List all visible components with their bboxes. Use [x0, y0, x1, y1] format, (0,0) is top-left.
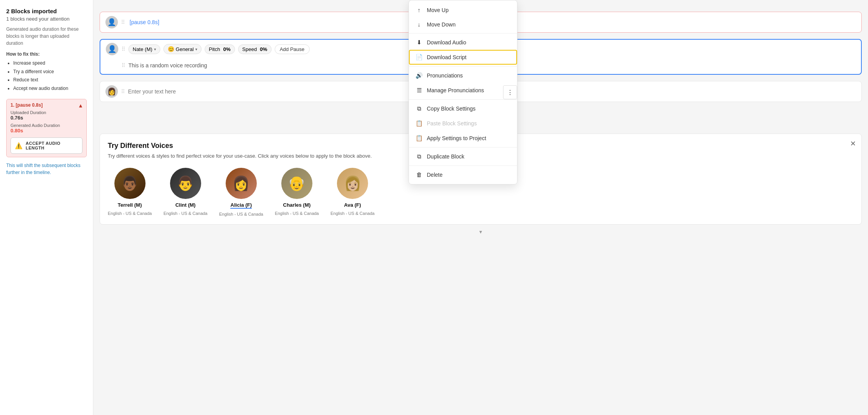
sidebar-title: 2 Blocks imported [6, 8, 87, 14]
voice-name-clint: Clint (M) [175, 202, 196, 208]
voice-name-terrell: Terrell (M) [118, 202, 142, 208]
menu-icon-download-script: 📄 [415, 54, 423, 61]
menu-item-pronunciations[interactable]: 🔊 Pronunciations [409, 68, 517, 83]
speed-value: 0% [260, 46, 267, 52]
style-selector[interactable]: 😊 General ▾ [163, 44, 202, 54]
menu-label-move-up: Move Up [427, 7, 449, 13]
accept-btn-label: ACCEPT AUDIO LENGTH [26, 141, 78, 150]
voice-name: Nate (M) [133, 46, 153, 52]
pitch-label: Pitch [209, 46, 220, 52]
menu-item-copy-block-settings[interactable]: ⧉ Copy Block Settings [409, 101, 517, 116]
fix-item-2: Try a different voice [13, 68, 87, 76]
menu-icon-copy-block-settings: ⧉ [415, 105, 423, 112]
voice-avatar-ava: 👩🏼 [337, 168, 368, 199]
menu-icon-move-down: ↓ [415, 21, 423, 28]
generated-audio-label: Generated Audio Duration [11, 123, 82, 128]
pitch-control[interactable]: Pitch 0% [205, 44, 235, 54]
accept-audio-length-button[interactable]: ⚠️ ACCEPT AUDIO LENGTH [11, 137, 82, 154]
chevron-down-icon: ▾ [154, 47, 156, 51]
sidebar: 2 Blocks imported 1 blocks need your att… [0, 0, 93, 415]
block-drag-handle-2[interactable]: ⠿ [121, 46, 125, 52]
sidebar-subtitle: 1 blocks need your attention [6, 16, 87, 22]
fix-item-4: Accept new audio duration [13, 84, 87, 93]
voice-lang-charles: English - US & Canada [275, 211, 319, 216]
context-menu: ↑ Move Up ↓ Move Down ⬇ Download Audio 📄… [409, 0, 517, 185]
menu-icon-duplicate-block: ⧉ [415, 153, 423, 160]
sidebar-how-to-fix: How to fix this: [6, 51, 87, 57]
divider-divider1 [409, 33, 517, 33]
voice-lang-ava: English - US & Canada [331, 211, 375, 216]
voice-name-charles: Charles (M) [283, 202, 311, 208]
voice-card-clint[interactable]: 👨 Clint (M) English - US & Canada [163, 168, 207, 216]
sidebar-block-label: 1. [pause 0.8s] [11, 102, 82, 108]
menu-item-move-up[interactable]: ↑ Move Up [409, 3, 517, 17]
voice-lang-clint: English - US & Canada [163, 211, 207, 216]
speed-label: Speed [242, 46, 257, 52]
menu-label-pronunciations: Pronunciations [427, 72, 463, 79]
menu-label-manage-pronunciations: Manage Pronunciations [427, 87, 484, 93]
sidebar-block-arrow: ▲ [78, 102, 83, 109]
menu-label-apply-settings: Apply Settings to Project [427, 135, 486, 141]
menu-item-download-script[interactable]: 📄 Download Script ⋮ [409, 50, 517, 65]
voice-name-ava: Ava (F) [344, 202, 361, 208]
menu-item-paste-block-settings: 📋 Paste Block Settings [409, 116, 517, 131]
menu-icon-move-up: ↑ [415, 7, 423, 13]
uploaded-duration-value: 0.76s [11, 115, 82, 121]
style-name: General [176, 46, 194, 52]
voice-avatar-alicia: 👩 [226, 168, 257, 199]
menu-item-duplicate-block[interactable]: ⧉ Duplicate Block [409, 149, 517, 164]
style-chevron-icon: ▾ [195, 47, 197, 51]
add-pause-button[interactable]: Add Pause [275, 44, 310, 54]
menu-item-manage-pronunciations[interactable]: ☰ Manage Pronunciations [409, 83, 517, 98]
menu-label-paste-block-settings: Paste Block Settings [427, 120, 477, 127]
fix-item-3: Reduce text [13, 76, 87, 84]
sidebar-block-item[interactable]: 1. [pause 0.8s] ▲ Uploaded Duration 0.76… [6, 99, 87, 157]
three-dot-button[interactable]: ⋮ [503, 85, 517, 99]
sidebar-note: This will shift the subsequent blocks fu… [6, 162, 87, 176]
menu-label-download-audio: Download Audio [427, 39, 466, 46]
block-pause-text: [pause 0.8s] [130, 19, 159, 25]
menu-item-move-down[interactable]: ↓ Move Down [409, 17, 517, 32]
voice-avatar-terrell: 👨🏾 [114, 168, 146, 199]
pitch-value: 0% [223, 46, 231, 52]
menu-label-move-down: Move Down [427, 21, 456, 28]
voice-selector[interactable]: Nate (M) ▾ [128, 44, 160, 54]
block-drag-handle[interactable]: ⠿ [121, 19, 125, 25]
voice-card-ava[interactable]: 👩🏼 Ava (F) English - US & Canada [331, 168, 375, 216]
voices-panel-close-button[interactable]: ✕ [850, 139, 856, 148]
voice-avatar-clint: 👨 [170, 168, 201, 199]
block-drag-handle-3[interactable]: ⠿ [121, 88, 125, 95]
block-voice-text: This is a random voice recording [128, 62, 207, 69]
generated-audio-value: 0.80s [11, 128, 82, 134]
fix-item-1: Increase speed [13, 59, 87, 68]
voice-lang-alicia: English - US & Canada [219, 212, 263, 216]
voice-card-charles[interactable]: 👴 Charles (M) English - US & Canada [275, 168, 319, 216]
divider-divider3 [409, 99, 517, 100]
divider-divider4 [409, 147, 517, 148]
sidebar-desc: Generated audio duration for these block… [6, 26, 87, 47]
voice-avatar-charles: 👴 [281, 168, 312, 199]
warning-icon: ⚠️ [15, 142, 23, 149]
block-avatar-empty: 👩 [105, 85, 118, 98]
block-avatar-pause: 👤 [105, 16, 118, 28]
voice-card-alicia[interactable]: 👩 Alicia (F) English - US & Canada [219, 168, 263, 216]
menu-item-apply-settings[interactable]: 📋 Apply Settings to Project [409, 131, 517, 146]
sidebar-fixes-list: Increase speed Try a different voice Red… [6, 59, 87, 93]
uploaded-duration-label: Uploaded Duration [11, 110, 82, 115]
menu-icon-download-audio: ⬇ [415, 39, 423, 46]
speed-control[interactable]: Speed 0% [238, 44, 272, 54]
voice-lang-terrell: English - US & Canada [108, 211, 152, 216]
voice-card-terrell[interactable]: 👨🏾 Terrell (M) English - US & Canada [108, 168, 152, 216]
menu-label-duplicate-block: Duplicate Block [427, 153, 465, 160]
scroll-down-arrow[interactable]: ▼ [93, 228, 868, 236]
divider-divider5 [409, 165, 517, 166]
style-emoji: 😊 [168, 46, 174, 52]
divider-divider2 [409, 66, 517, 67]
menu-item-delete[interactable]: 🗑 Delete [409, 167, 517, 182]
menu-icon-delete: 🗑 [415, 171, 423, 178]
menu-icon-paste-block-settings: 📋 [415, 120, 423, 127]
menu-label-download-script: Download Script [427, 54, 466, 60]
text-drag-handle[interactable]: ⠿ [121, 62, 125, 69]
menu-item-download-audio[interactable]: ⬇ Download Audio [409, 35, 517, 50]
voice-name-alicia: Alicia (F) [230, 202, 252, 209]
